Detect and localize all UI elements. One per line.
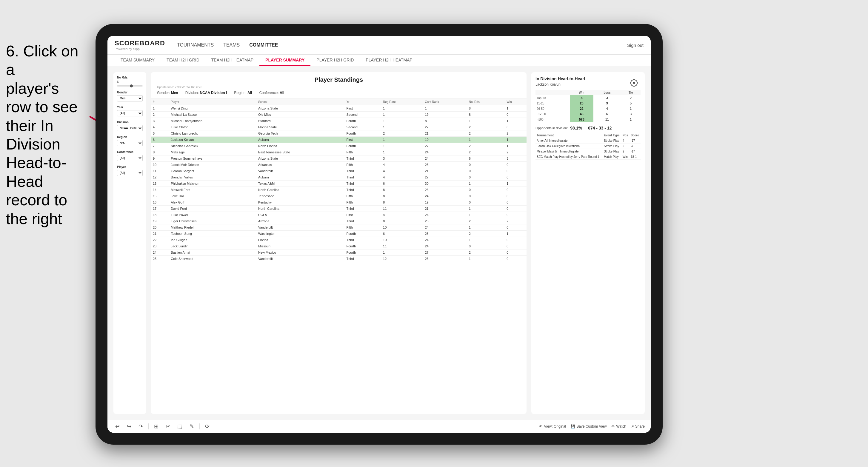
refresh-button[interactable]: ⟳ — [203, 423, 211, 430]
year-select[interactable]: (All) — [117, 110, 143, 116]
table-row[interactable]: 24 Bastien Amat New Mexico Fourth 1 27 2… — [151, 249, 527, 256]
cell-yr: Fifth — [344, 224, 381, 231]
cell-rds: 2 — [467, 149, 505, 155]
cell-conf: 24 — [423, 149, 467, 155]
cell-school: Kentucky — [256, 199, 344, 206]
table-row[interactable]: 13 Phichaksn Maichon Texas A&M Third 6 3… — [151, 181, 527, 187]
table-row[interactable]: 20 Matthew Riedel Vanderbilt Fifth 10 24… — [151, 224, 527, 231]
cell-conf: 23 — [423, 231, 467, 237]
t-name: Fallan Oak Collegiate Invitational — [535, 144, 602, 149]
nav-committee[interactable]: COMMITTEE — [249, 41, 278, 49]
toolbar-separator-1 — [148, 424, 149, 429]
gender-select[interactable]: Men — [117, 95, 143, 101]
tab-team-h2h-grid[interactable]: TEAM H2H GRID — [161, 55, 205, 66]
cell-player: Taehoon Song — [169, 231, 256, 237]
no-rds-slider[interactable] — [117, 85, 143, 87]
cell-rds: 6 — [467, 155, 505, 162]
t-pos: Win — [621, 154, 629, 160]
cell-school: North Florida — [256, 143, 344, 149]
table-row[interactable]: 5 Christo Lamprecht Georgia Tech Fourth … — [151, 130, 527, 137]
table-row[interactable]: 8 Mats Ege East Tennessee State Fifth 1 … — [151, 149, 527, 155]
filter-division: Division NCAA Division I — [117, 121, 143, 131]
h2h-tournament-table: Tournament Event Type Pos Score Amer Ari… — [535, 133, 641, 160]
table-row[interactable]: 6 Jackson Koivun Auburn First 1 10 1 1 — [151, 137, 527, 143]
h2h-tie: 5 — [621, 100, 641, 106]
filter-region: Region N/A — [117, 135, 143, 146]
cell-win: 0 — [505, 174, 527, 181]
tournament-row: Fallan Oak Collegiate Invitational Strok… — [535, 144, 641, 149]
cell-reg: 12 — [381, 256, 423, 262]
table-row[interactable]: 7 Nicholas Gabrelcik North Florida Fourt… — [151, 143, 527, 149]
table-row[interactable]: 9 Preston Summerhays Arizona State Third… — [151, 155, 527, 162]
division-select[interactable]: NCAA Division I — [117, 125, 143, 131]
cell-yr: Third — [344, 256, 381, 262]
copy-button[interactable]: ⬚ — [176, 423, 184, 430]
save-custom-button[interactable]: 💾 Save Custom View — [571, 424, 607, 429]
table-row[interactable]: 10 Jacob Moir Driesen Arkansas Fifth 4 2… — [151, 162, 527, 168]
cell-reg: 1 — [381, 118, 423, 124]
tab-player-h2h-heatmap[interactable]: PLAYER H2H HEATMAP — [360, 55, 418, 66]
toolbar-separator-2 — [199, 424, 200, 429]
table-row[interactable]: 22 Ian Gilligan Florida Third 10 24 1 0 — [151, 237, 527, 243]
table-row[interactable]: 2 Michael La Sasso Ole Miss Second 1 19 … — [151, 112, 527, 118]
h2h-win: 20 — [570, 100, 593, 106]
nav-tournaments[interactable]: TOURNAMENTS — [177, 41, 214, 49]
cell-yr: Fifth — [344, 199, 381, 206]
filter-display-conference: Conference: All — [259, 91, 284, 95]
cell-win: 1 — [505, 231, 527, 237]
t-score: -17 — [629, 138, 641, 144]
main-content: No Rds. 6 Gender Men Year (All) — [107, 66, 651, 420]
cell-player: Bastien Amat — [169, 249, 256, 256]
tab-team-h2h-heatmap[interactable]: TEAM H2H HEATMAP — [205, 55, 259, 66]
cell-rds: 0 — [467, 193, 505, 199]
forward-button[interactable]: ↷ — [137, 423, 145, 430]
table-row[interactable]: 14 Maxwell Ford North Carolina Third 8 2… — [151, 187, 527, 193]
table-row[interactable]: 19 Tiger Christensen Arizona Third 8 23 … — [151, 218, 527, 224]
table-row[interactable]: 15 Jake Hall Tennessee Fifth 8 24 0 0 — [151, 193, 527, 199]
table-row[interactable]: 4 Luke Claton Florida State Second 1 27 … — [151, 124, 527, 130]
scissors-button[interactable]: ✂ — [164, 423, 172, 430]
share-button[interactable]: ↗ Share — [631, 424, 645, 429]
cell-school: Arizona State — [256, 155, 344, 162]
table-row[interactable]: 25 Cole Sherwood Vanderbilt Third 12 23 … — [151, 256, 527, 262]
conference-select[interactable]: (All) — [117, 155, 143, 161]
tab-player-summary[interactable]: PLAYER SUMMARY — [259, 55, 310, 66]
table-row[interactable]: 11 Gordon Sargent Vanderbilt Third 4 21 … — [151, 168, 527, 174]
h2h-loss: 6 — [593, 111, 621, 117]
table-row[interactable]: 23 Jack Lundin Missouri Fourth 11 24 0 0 — [151, 243, 527, 249]
tab-team-summary[interactable]: TEAM SUMMARY — [115, 55, 161, 66]
view-original-button[interactable]: 👁 View: Original — [539, 424, 566, 429]
nav-teams[interactable]: TEAMS — [223, 41, 240, 49]
table-row[interactable]: 21 Taehoon Song Washington Fourth 6 23 2… — [151, 231, 527, 237]
h2h-title: In Division Head-to-Head — [535, 76, 641, 81]
cell-win: 0 — [505, 112, 527, 118]
edit-button[interactable]: ✎ — [188, 423, 196, 430]
player-select[interactable]: (All) — [117, 170, 143, 176]
table-row[interactable]: 17 David Ford North Carolina Third 11 21… — [151, 206, 527, 212]
filter-conference: Conference (All) — [117, 150, 143, 161]
h2h-rank: >100 — [535, 117, 570, 122]
h2h-opponents-row: Opponents in division: 98.1% 674 - 33 - … — [535, 126, 641, 130]
cell-player: Luke Powell — [169, 212, 256, 218]
cell-conf: 19 — [423, 199, 467, 206]
cell-num: 19 — [151, 218, 169, 224]
cell-win: 1 — [505, 181, 527, 187]
cell-yr: Third — [344, 218, 381, 224]
sign-out-button[interactable]: Sign out — [627, 43, 644, 48]
tab-player-h2h-grid[interactable]: PLAYER H2H GRID — [310, 55, 360, 66]
cell-win: 0 — [505, 243, 527, 249]
table-row[interactable]: 16 Alex Goff Kentucky Fifth 8 19 0 0 — [151, 199, 527, 206]
table-row[interactable]: 3 Michael Thorbjornsen Stanford Fourth 1… — [151, 118, 527, 124]
region-select[interactable]: N/A — [117, 140, 143, 146]
table-row[interactable]: 12 Brendan Valles Auburn Third 4 27 0 0 — [151, 174, 527, 181]
watch-button[interactable]: 👁 Watch — [611, 424, 626, 429]
undo-button[interactable]: ↩ — [114, 423, 122, 430]
grid-button[interactable]: ⊞ — [152, 423, 160, 430]
h2h-close-button[interactable]: ✕ — [630, 80, 638, 87]
cell-yr: Fifth — [344, 193, 381, 199]
table-row[interactable]: 1 Wenyi Ding Arizona State First 1 1 8 1 — [151, 105, 527, 112]
cell-rds: 1 — [467, 137, 505, 143]
redo-button[interactable]: ↪ — [125, 423, 133, 430]
t-name: Amer Ari Intercollegiate — [535, 138, 602, 144]
table-row[interactable]: 18 Luke Powell UCLA First 4 24 1 0 — [151, 212, 527, 218]
